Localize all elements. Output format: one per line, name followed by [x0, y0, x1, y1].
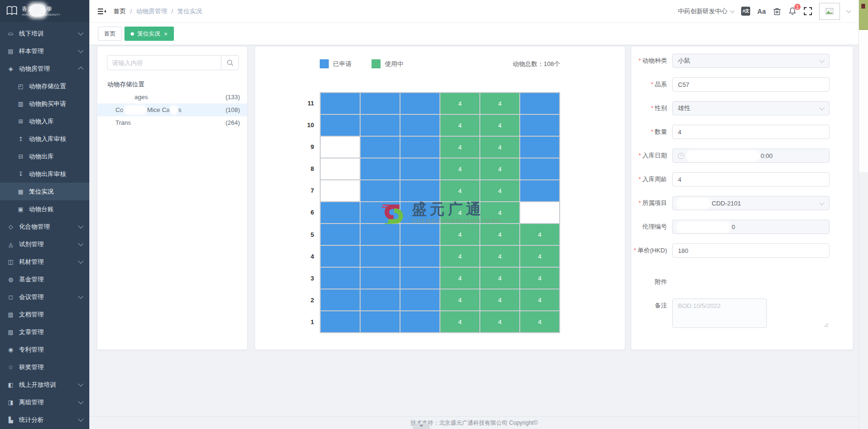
cage-cell-in-use[interactable]: 4 — [440, 289, 479, 310]
cage-cell-in-use[interactable]: 4 — [440, 180, 479, 201]
cage-cell-applied[interactable] — [361, 268, 400, 289]
trash-icon[interactable] — [773, 7, 781, 16]
sidebar-item-statistics[interactable]: ▙ 统计分析 — [0, 411, 89, 429]
remark-textarea[interactable] — [672, 298, 767, 328]
tab-cage-status[interactable]: 笼位实况 × — [124, 27, 174, 41]
sidebar-item-reagent[interactable]: ◬ 试剂管理 — [0, 235, 89, 253]
field-ethics-number[interactable]: 0 — [672, 220, 830, 234]
font-size-icon[interactable]: Aa — [757, 8, 766, 15]
tree-item-cages[interactable]: ages (133) — [97, 91, 247, 103]
cage-cell-in-use[interactable]: 4 — [520, 268, 559, 289]
sidebar-item-outbound-audit[interactable]: ↧ 动物出库审核 — [0, 165, 89, 183]
cage-cell-applied[interactable] — [321, 268, 360, 289]
sidebar-item-storage-location[interactable]: ◰ 动物存储位置 — [0, 77, 89, 95]
breadcrumb-animal-room[interactable]: 动物房管理 — [136, 7, 167, 16]
cage-cell-applied[interactable] — [321, 202, 360, 223]
cage-cell-applied[interactable] — [401, 202, 439, 223]
cage-cell-applied[interactable] — [401, 224, 439, 245]
search-button[interactable] — [221, 56, 238, 70]
field-sex[interactable]: 雄性 — [672, 101, 830, 115]
tree-item-conventional-mice-cages[interactable]: Co Mice Ca s (108) — [97, 103, 247, 116]
sidebar-item-inbound-audit[interactable]: ↥ 动物入库审核 — [0, 130, 89, 148]
cage-cell-in-use[interactable]: 4 — [440, 159, 479, 179]
cage-cell-in-use[interactable]: 4 — [520, 311, 559, 332]
cage-cell-in-use[interactable]: 4 — [480, 180, 519, 201]
cage-cell-applied[interactable] — [361, 311, 400, 332]
translate-icon[interactable]: A文 — [741, 7, 750, 16]
collapse-sidebar-icon[interactable] — [98, 8, 106, 15]
cage-cell-empty[interactable] — [321, 137, 360, 158]
cage-cell-in-use[interactable]: 4 — [440, 93, 479, 114]
cage-cell-in-use[interactable]: 4 — [440, 246, 479, 267]
cage-cell-applied[interactable] — [321, 224, 360, 245]
sidebar-item-animal-outbound[interactable]: ⊟ 动物出库 — [0, 148, 89, 165]
field-inbound-age-weeks[interactable]: 4 — [672, 172, 830, 187]
sidebar-item-patent[interactable]: ◉ 专利管理 — [0, 341, 89, 358]
cage-cell-applied[interactable] — [321, 115, 360, 136]
cage-cell-in-use[interactable]: 4 — [480, 202, 519, 223]
cage-cell-in-use[interactable]: 4 — [480, 159, 519, 179]
sidebar-item-cage-status[interactable]: ▦ 笼位实况 — [0, 183, 89, 200]
cage-cell-in-use[interactable]: 4 — [480, 224, 519, 245]
cage-cell-in-use[interactable]: 4 — [480, 246, 519, 267]
cage-cell-applied[interactable] — [401, 159, 439, 179]
cage-cell-in-use[interactable]: 4 — [480, 115, 519, 136]
cage-cell-applied[interactable] — [361, 180, 400, 201]
cage-cell-applied[interactable] — [401, 289, 439, 310]
field-animal-species[interactable]: 小鼠 — [672, 54, 830, 68]
notification-bell-icon[interactable]: 1 — [788, 7, 797, 16]
org-switcher[interactable]: 中药创新研发中心 — [678, 7, 734, 16]
breadcrumb-cage-status[interactable]: 笼位实况 — [177, 7, 202, 16]
sidebar-item-animal-ledger[interactable]: ▣ 动物台账 — [0, 200, 89, 218]
cage-cell-applied[interactable] — [520, 115, 559, 136]
cage-cell-in-use[interactable]: 4 — [440, 268, 479, 289]
tree-item-transgenic-cages[interactable]: Trans (264) — [97, 116, 247, 129]
field-inbound-date[interactable]: 0:00 — [672, 149, 830, 163]
cage-cell-applied[interactable] — [520, 180, 559, 201]
cage-cell-applied[interactable] — [401, 115, 439, 136]
cage-cell-applied[interactable] — [361, 159, 400, 179]
cage-cell-applied[interactable] — [361, 246, 400, 267]
cage-cell-applied[interactable] — [321, 246, 360, 267]
field-quantity[interactable]: 4 — [672, 125, 830, 139]
cage-cell-in-use[interactable]: 4 — [480, 311, 519, 332]
cage-cell-empty[interactable] — [520, 202, 559, 223]
sidebar-item-online-training[interactable]: ◧ 线上开放培训 — [0, 376, 89, 393]
avatar[interactable] — [819, 3, 840, 20]
cage-cell-applied[interactable] — [520, 137, 559, 158]
close-tab-icon[interactable]: × — [164, 31, 168, 37]
cage-cell-applied[interactable] — [361, 137, 400, 158]
cage-cell-applied[interactable] — [321, 311, 360, 332]
sidebar-item-document[interactable]: ▧ 文档管理 — [0, 306, 89, 323]
cage-cell-in-use[interactable]: 4 — [520, 289, 559, 310]
cage-cell-in-use[interactable]: 4 — [440, 224, 479, 245]
breadcrumb-home[interactable]: 首页 — [114, 7, 126, 16]
cage-cell-applied[interactable] — [361, 202, 400, 223]
tab-home[interactable]: 首页 — [98, 27, 122, 41]
cage-cell-applied[interactable] — [520, 93, 559, 114]
cage-cell-applied[interactable] — [520, 159, 559, 179]
field-strain[interactable]: C57 — [672, 77, 830, 92]
sidebar-item-compound[interactable]: ◇ 化合物管理 — [0, 218, 89, 235]
cage-cell-applied[interactable] — [361, 289, 400, 310]
cage-cell-applied[interactable] — [361, 115, 400, 136]
sidebar-item-offline-training[interactable]: ▭ 线下培训 — [0, 25, 89, 42]
cage-cell-in-use[interactable]: 4 — [440, 202, 479, 223]
fullscreen-icon[interactable] — [804, 7, 812, 15]
field-unit-price[interactable]: 180 — [672, 243, 830, 258]
cage-cell-empty[interactable] — [321, 180, 360, 201]
avatar-caret-icon[interactable] — [847, 8, 851, 13]
cage-cell-in-use[interactable]: 4 — [480, 268, 519, 289]
sidebar-item-fund[interactable]: ◍ 基金管理 — [0, 270, 89, 288]
sidebar-item-animal-room[interactable]: ◈ 动物房管理 — [0, 60, 89, 77]
sidebar-item-article[interactable]: ▨ 文章管理 — [0, 323, 89, 341]
cage-cell-applied[interactable] — [401, 180, 439, 201]
search-input[interactable] — [107, 56, 221, 70]
cage-cell-empty[interactable] — [321, 159, 360, 179]
sidebar-item-purchase-request[interactable]: ▥ 动物购买申请 — [0, 95, 89, 112]
field-project[interactable]: CDD-2101 — [672, 196, 830, 210]
cage-cell-in-use[interactable]: 4 — [520, 246, 559, 267]
sidebar-item-animal-inbound[interactable]: ⊞ 动物入库 — [0, 112, 89, 130]
cage-cell-in-use[interactable]: 4 — [440, 311, 479, 332]
cage-cell-applied[interactable] — [321, 93, 360, 114]
